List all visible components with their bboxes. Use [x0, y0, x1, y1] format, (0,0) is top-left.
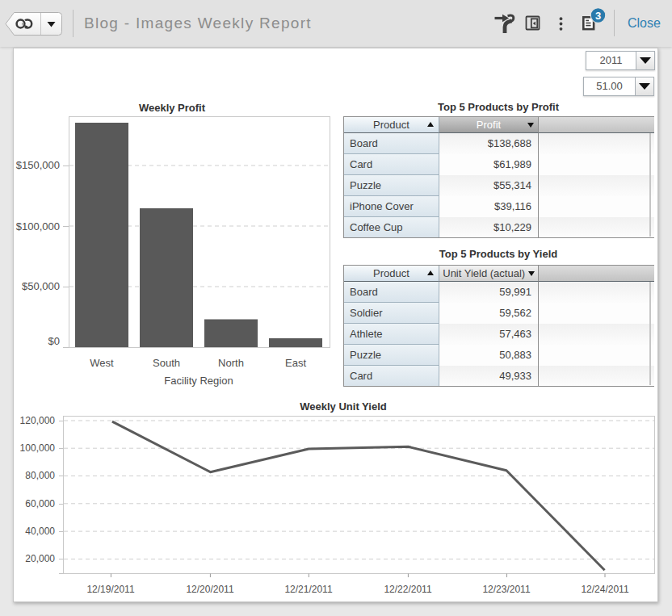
svg-text:3: 3 — [595, 10, 601, 22]
